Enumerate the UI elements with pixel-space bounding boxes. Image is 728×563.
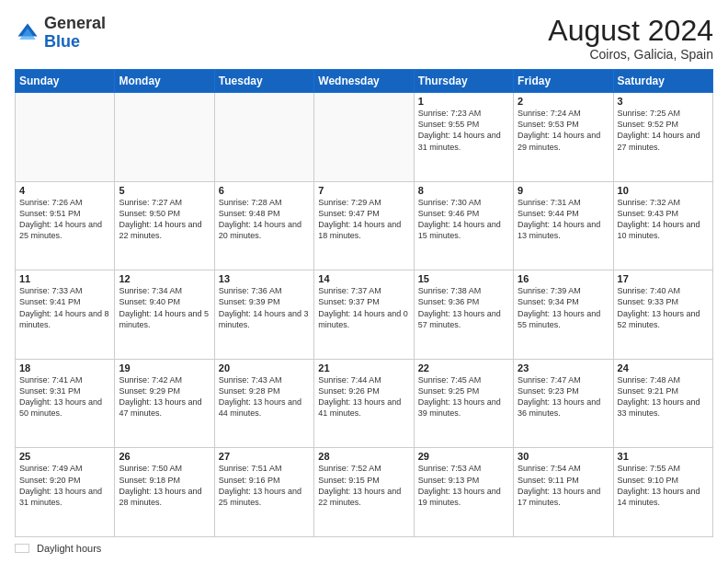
calendar-cell: 2Sunrise: 7:24 AM Sunset: 9:53 PM Daylig… [514,93,613,182]
day-info: Sunrise: 7:30 AM Sunset: 9:46 PM Dayligh… [418,197,509,242]
day-info: Sunrise: 7:52 AM Sunset: 9:15 PM Dayligh… [318,463,409,508]
calendar-cell [214,93,313,182]
calendar-cell: 27Sunrise: 7:51 AM Sunset: 9:16 PM Dayli… [214,448,313,537]
day-number: 2 [518,96,609,107]
col-header-saturday: Saturday [613,70,712,93]
calendar-table: SundayMondayTuesdayWednesdayThursdayFrid… [15,69,713,537]
day-info: Sunrise: 7:48 AM Sunset: 9:21 PM Dayligh… [618,374,709,419]
week-row-5: 25Sunrise: 7:49 AM Sunset: 9:20 PM Dayli… [16,448,713,537]
day-number: 16 [518,273,609,284]
day-number: 17 [618,273,709,284]
calendar-cell: 19Sunrise: 7:42 AM Sunset: 9:29 PM Dayli… [115,359,214,448]
calendar-cell: 17Sunrise: 7:40 AM Sunset: 9:33 PM Dayli… [613,270,712,360]
calendar-cell: 5Sunrise: 7:27 AM Sunset: 9:50 PM Daylig… [115,181,214,270]
logo: General Blue [15,15,106,52]
day-info: Sunrise: 7:42 AM Sunset: 9:29 PM Dayligh… [119,374,210,419]
col-header-thursday: Thursday [414,70,513,93]
day-number: 28 [318,451,409,462]
calendar-header-row: SundayMondayTuesdayWednesdayThursdayFrid… [16,70,713,93]
day-info: Sunrise: 7:26 AM Sunset: 9:51 PM Dayligh… [19,197,110,242]
calendar-cell: 8Sunrise: 7:30 AM Sunset: 9:46 PM Daylig… [414,181,513,270]
calendar-cell: 12Sunrise: 7:34 AM Sunset: 9:40 PM Dayli… [115,270,214,360]
calendar-cell: 11Sunrise: 7:33 AM Sunset: 9:41 PM Dayli… [16,270,115,360]
col-header-monday: Monday [115,70,214,93]
day-info: Sunrise: 7:34 AM Sunset: 9:40 PM Dayligh… [119,285,210,330]
day-number: 7 [318,185,409,196]
legend-box [15,544,29,553]
calendar-cell: 14Sunrise: 7:37 AM Sunset: 9:37 PM Dayli… [314,270,414,360]
legend-text: Daylight hours [37,543,101,554]
day-info: Sunrise: 7:53 AM Sunset: 9:13 PM Dayligh… [418,463,509,508]
calendar-cell: 4Sunrise: 7:26 AM Sunset: 9:51 PM Daylig… [16,181,115,270]
day-info: Sunrise: 7:31 AM Sunset: 9:44 PM Dayligh… [518,197,609,242]
day-number: 22 [418,362,509,373]
calendar-cell: 1Sunrise: 7:23 AM Sunset: 9:55 PM Daylig… [414,93,513,182]
day-number: 13 [219,273,310,284]
day-number: 30 [518,451,609,462]
calendar-cell [314,93,414,182]
day-info: Sunrise: 7:54 AM Sunset: 9:11 PM Dayligh… [518,463,609,508]
day-info: Sunrise: 7:32 AM Sunset: 9:43 PM Dayligh… [618,197,709,242]
day-info: Sunrise: 7:41 AM Sunset: 9:31 PM Dayligh… [19,374,110,419]
day-number: 29 [418,451,509,462]
header: General Blue August 2024 Coiros, Galicia… [15,15,713,62]
day-number: 3 [618,96,709,107]
day-info: Sunrise: 7:29 AM Sunset: 9:47 PM Dayligh… [318,197,409,242]
calendar-cell: 28Sunrise: 7:52 AM Sunset: 9:15 PM Dayli… [314,448,414,537]
day-number: 31 [618,451,709,462]
calendar-cell: 9Sunrise: 7:31 AM Sunset: 9:44 PM Daylig… [514,181,613,270]
day-info: Sunrise: 7:33 AM Sunset: 9:41 PM Dayligh… [19,285,110,330]
calendar-cell: 7Sunrise: 7:29 AM Sunset: 9:47 PM Daylig… [314,181,414,270]
day-info: Sunrise: 7:49 AM Sunset: 9:20 PM Dayligh… [19,463,110,508]
day-info: Sunrise: 7:43 AM Sunset: 9:28 PM Dayligh… [219,374,310,419]
day-number: 20 [219,362,310,373]
calendar-cell: 16Sunrise: 7:39 AM Sunset: 9:34 PM Dayli… [514,270,613,360]
calendar-cell: 22Sunrise: 7:45 AM Sunset: 9:25 PM Dayli… [414,359,513,448]
day-number: 12 [119,273,210,284]
day-info: Sunrise: 7:23 AM Sunset: 9:55 PM Dayligh… [418,108,509,153]
day-number: 8 [418,185,509,196]
calendar-cell: 21Sunrise: 7:44 AM Sunset: 9:26 PM Dayli… [314,359,414,448]
calendar-cell: 24Sunrise: 7:48 AM Sunset: 9:21 PM Dayli… [613,359,712,448]
month-year: August 2024 [548,15,713,47]
calendar-cell: 29Sunrise: 7:53 AM Sunset: 9:13 PM Dayli… [414,448,513,537]
col-header-sunday: Sunday [16,70,115,93]
day-info: Sunrise: 7:24 AM Sunset: 9:53 PM Dayligh… [518,108,609,153]
day-number: 1 [418,96,509,107]
calendar-cell: 20Sunrise: 7:43 AM Sunset: 9:28 PM Dayli… [214,359,313,448]
day-info: Sunrise: 7:51 AM Sunset: 9:16 PM Dayligh… [219,463,310,508]
location: Coiros, Galicia, Spain [548,47,713,62]
logo-general: General [44,14,106,32]
week-row-4: 18Sunrise: 7:41 AM Sunset: 9:31 PM Dayli… [16,359,713,448]
day-info: Sunrise: 7:55 AM Sunset: 9:10 PM Dayligh… [618,463,709,508]
day-number: 25 [19,451,110,462]
day-number: 18 [19,362,110,373]
week-row-1: 1Sunrise: 7:23 AM Sunset: 9:55 PM Daylig… [16,93,713,182]
day-info: Sunrise: 7:44 AM Sunset: 9:26 PM Dayligh… [318,374,409,419]
day-info: Sunrise: 7:25 AM Sunset: 9:52 PM Dayligh… [618,108,709,153]
calendar-cell: 6Sunrise: 7:28 AM Sunset: 9:48 PM Daylig… [214,181,313,270]
day-info: Sunrise: 7:50 AM Sunset: 9:18 PM Dayligh… [119,463,210,508]
calendar-cell: 13Sunrise: 7:36 AM Sunset: 9:39 PM Dayli… [214,270,313,360]
calendar-cell: 25Sunrise: 7:49 AM Sunset: 9:20 PM Dayli… [16,448,115,537]
week-row-3: 11Sunrise: 7:33 AM Sunset: 9:41 PM Dayli… [16,270,713,360]
day-number: 9 [518,185,609,196]
day-info: Sunrise: 7:28 AM Sunset: 9:48 PM Dayligh… [219,197,310,242]
col-header-friday: Friday [514,70,613,93]
calendar-cell: 15Sunrise: 7:38 AM Sunset: 9:36 PM Dayli… [414,270,513,360]
calendar-cell: 3Sunrise: 7:25 AM Sunset: 9:52 PM Daylig… [613,93,712,182]
calendar-cell: 10Sunrise: 7:32 AM Sunset: 9:43 PM Dayli… [613,181,712,270]
day-number: 11 [19,273,110,284]
day-number: 4 [19,185,110,196]
logo-blue: Blue [44,32,80,51]
col-header-tuesday: Tuesday [214,70,313,93]
col-header-wednesday: Wednesday [314,70,414,93]
logo-icon [15,20,40,46]
day-info: Sunrise: 7:47 AM Sunset: 9:23 PM Dayligh… [518,374,609,419]
day-info: Sunrise: 7:39 AM Sunset: 9:34 PM Dayligh… [518,285,609,330]
day-number: 14 [318,273,409,284]
calendar-cell [115,93,214,182]
day-number: 27 [219,451,310,462]
calendar-cell: 23Sunrise: 7:47 AM Sunset: 9:23 PM Dayli… [514,359,613,448]
footer: Daylight hours [15,543,713,554]
